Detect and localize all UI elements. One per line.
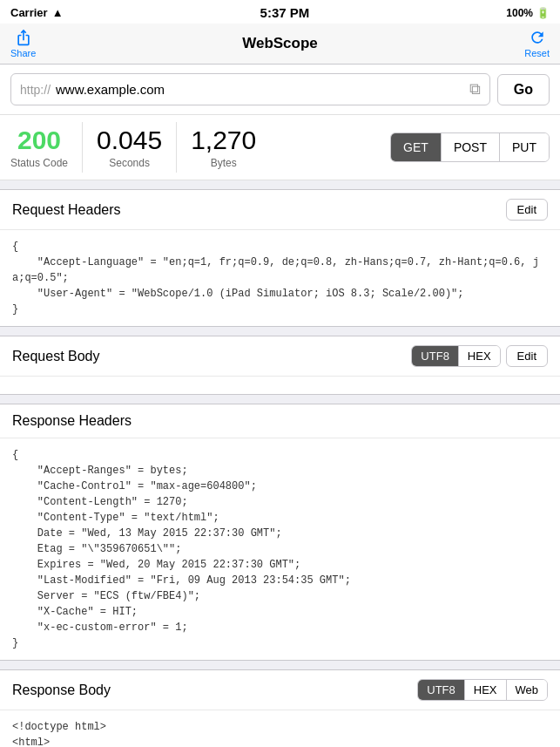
response-body-section: Response Body UTF8 HEX Web <!doctype htm… (0, 669, 560, 747)
bytes-label: Bytes (211, 157, 237, 169)
request-headers-header: Request Headers Edit (0, 190, 560, 230)
reset-label: Reset (524, 48, 550, 58)
share-label: Share (10, 48, 36, 58)
response-body-title: Response Body (12, 682, 111, 698)
status-code-value: 200 (17, 126, 61, 155)
request-body-hex-button[interactable]: HEX (459, 346, 500, 366)
response-body-content: <!doctype html> <html> <head> <title>Exa… (0, 710, 560, 747)
response-headers-header: Response Headers (0, 404, 560, 438)
request-headers-edit-button[interactable]: Edit (506, 199, 548, 221)
battery-icon: 🔋 (536, 7, 550, 19)
request-body-actions: UTF8 HEX Edit (411, 345, 548, 367)
request-body-header: Request Body UTF8 HEX Edit (0, 336, 560, 377)
url-input-wrap: http:// ⧉ (10, 73, 490, 105)
request-headers-title: Request Headers (12, 202, 121, 218)
response-body-header: Response Body UTF8 HEX Web (0, 670, 560, 710)
bytes-box: 1,270 Bytes (177, 122, 270, 173)
book-icon[interactable]: ⧉ (469, 80, 481, 98)
request-body-title: Request Body (12, 349, 100, 364)
request-headers-section: Request Headers Edit { "Accept-Language"… (0, 189, 560, 327)
response-body-hex-button[interactable]: HEX (465, 680, 507, 700)
url-prefix: http:// (20, 83, 51, 97)
reset-icon (529, 29, 546, 46)
share-button[interactable]: Share (10, 29, 36, 58)
battery-pct: 100% (506, 7, 533, 19)
request-body-content (0, 377, 560, 394)
post-button[interactable]: POST (442, 133, 500, 161)
request-body-edit-button[interactable]: Edit (506, 345, 548, 367)
seconds-value: 0.045 (97, 126, 162, 155)
status-code-label: Status Code (10, 157, 68, 169)
stats-bar: 200 Status Code 0.045 Seconds 1,270 Byte… (0, 115, 560, 180)
status-bar: Carrier ▲ 5:37 PM 100% 🔋 (0, 0, 560, 24)
wifi-icon: ▲ (52, 6, 64, 19)
response-body-format-group: UTF8 HEX Web (417, 679, 548, 701)
status-bar-right: 100% 🔋 (506, 7, 550, 19)
reset-button[interactable]: Reset (524, 29, 550, 58)
seconds-box: 0.045 Seconds (83, 122, 177, 173)
response-headers-body: { "Accept-Ranges" = bytes; "Cache-Contro… (0, 438, 560, 660)
page-title: WebScope (80, 35, 480, 52)
share-icon (15, 29, 32, 46)
bytes-value: 1,270 (191, 126, 256, 155)
status-code-box: 200 Status Code (10, 122, 83, 173)
url-section: http:// ⧉ Go (0, 65, 560, 115)
request-headers-body: { "Accept-Language" = "en;q=1, fr;q=0.9,… (0, 230, 560, 326)
response-body-web-button[interactable]: Web (507, 680, 548, 700)
get-button[interactable]: GET (391, 133, 442, 161)
url-input[interactable] (56, 82, 464, 97)
method-buttons: GET POST PUT (390, 132, 550, 162)
status-bar-left: Carrier ▲ (10, 6, 64, 19)
request-body-section: Request Body UTF8 HEX Edit (0, 336, 560, 395)
seconds-label: Seconds (109, 157, 150, 169)
request-body-format-group: UTF8 HEX (411, 345, 500, 367)
put-button[interactable]: PUT (500, 133, 549, 161)
response-headers-title: Response Headers (12, 413, 132, 429)
request-body-utf8-button[interactable]: UTF8 (412, 346, 459, 366)
response-headers-section: Response Headers { "Accept-Ranges" = byt… (0, 404, 560, 661)
carrier-label: Carrier (10, 6, 48, 19)
nav-bar: Share WebScope Reset (0, 24, 560, 65)
go-button[interactable]: Go (497, 74, 550, 105)
status-bar-time: 5:37 PM (260, 5, 310, 20)
response-body-utf8-button[interactable]: UTF8 (418, 680, 465, 700)
